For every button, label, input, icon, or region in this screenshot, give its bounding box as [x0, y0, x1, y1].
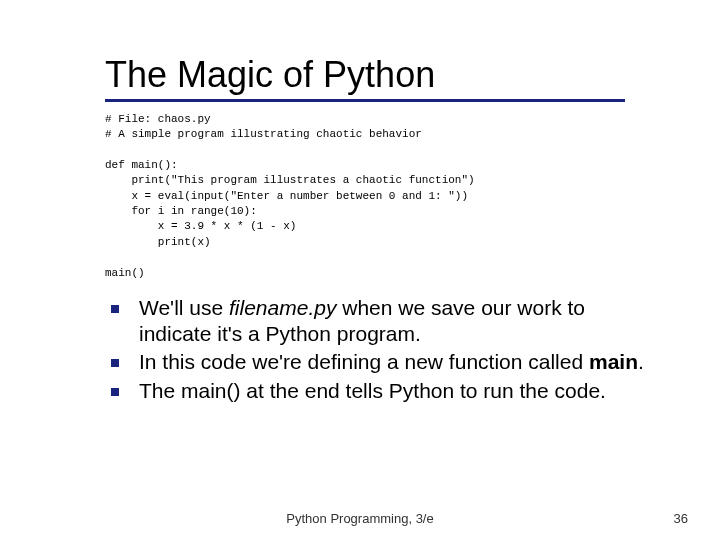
code-block: # File: chaos.py # A simple program illu…	[105, 112, 660, 281]
title-underline	[105, 99, 625, 102]
list-item: In this code we're defining a new functi…	[105, 349, 660, 375]
slide: The Magic of Python # File: chaos.py # A…	[0, 0, 720, 540]
bullet-list: We'll use filename.py when we save our w…	[105, 295, 660, 404]
slide-title: The Magic of Python	[105, 55, 660, 95]
filename-emphasis: filename.py	[229, 296, 336, 319]
page-number: 36	[674, 511, 688, 526]
text: We'll use	[139, 296, 229, 319]
text: In this code we're defining a new functi…	[139, 350, 589, 373]
text: .	[638, 350, 644, 373]
footer-text: Python Programming, 3/e	[0, 511, 720, 526]
list-item: The main() at the end tells Python to ru…	[105, 378, 660, 404]
function-name: main	[589, 350, 638, 373]
text: The main() at the end tells Python to ru…	[139, 379, 606, 402]
list-item: We'll use filename.py when we save our w…	[105, 295, 660, 348]
